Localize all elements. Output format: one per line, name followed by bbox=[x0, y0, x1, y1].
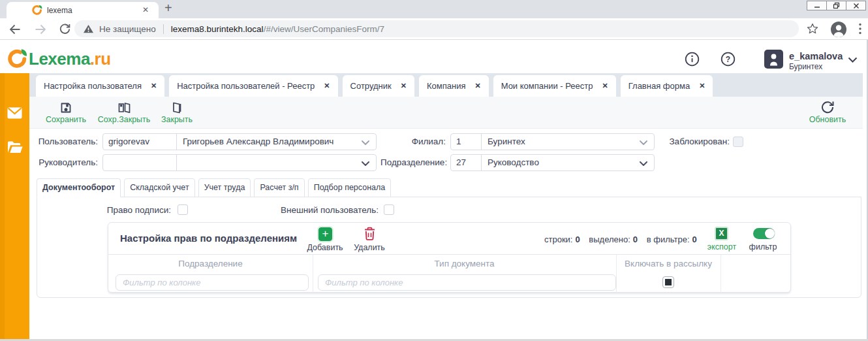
tab-close-icon[interactable]: ✕ bbox=[474, 82, 480, 90]
username[interactable]: e_kamalova bbox=[789, 51, 843, 61]
tab-employee[interactable]: Сотрудник✕ bbox=[343, 75, 414, 97]
chevron-down-icon[interactable] bbox=[640, 161, 647, 166]
excel-export-icon[interactable]: X bbox=[715, 227, 728, 240]
browser-tab-title: lexema bbox=[47, 6, 72, 15]
bookmark-star-icon[interactable] bbox=[807, 23, 818, 35]
grid-title: Настройка прав по подразделениям bbox=[120, 223, 297, 254]
external-user-checkbox[interactable] bbox=[384, 204, 394, 215]
department-name-select[interactable]: Руководство bbox=[482, 155, 654, 170]
column-header-department[interactable]: Подразделение bbox=[108, 259, 313, 268]
main-area: Настройка пользователя✕ Настройка пользо… bbox=[29, 73, 863, 341]
close-window-button[interactable] bbox=[846, 1, 866, 10]
tab-close-icon[interactable]: ✕ bbox=[324, 82, 330, 90]
lexema-logo-icon bbox=[7, 48, 27, 69]
sign-right-checkbox[interactable] bbox=[178, 204, 188, 215]
url-field[interactable]: Не защищено lexema8.burintekh.local/#/vi… bbox=[74, 20, 799, 37]
tab-company[interactable]: Компания✕ bbox=[419, 75, 489, 97]
filter-toggle[interactable] bbox=[753, 228, 775, 239]
subtab-docflow[interactable]: Документооборот bbox=[37, 178, 121, 197]
delete-row-icon[interactable] bbox=[364, 227, 376, 241]
tab-user-settings[interactable]: Настройка пользователя✕ bbox=[36, 75, 164, 97]
subtab-recruiting[interactable]: Подбор персонала bbox=[308, 178, 392, 197]
save-close-button[interactable]: Сохр.Закрыть bbox=[95, 100, 153, 124]
subtab-warehouse[interactable]: Складской учет bbox=[124, 178, 194, 197]
help-icon[interactable]: ? bbox=[721, 52, 736, 67]
external-user-label: Внешний пользователь: bbox=[277, 204, 379, 216]
filter-input-doctype[interactable] bbox=[318, 274, 616, 291]
user-label: Пользователь: bbox=[29, 133, 98, 150]
info-icon[interactable] bbox=[685, 52, 700, 67]
logo-wordmark: Lexema.ru bbox=[29, 49, 111, 69]
security-label: Не защищено bbox=[99, 24, 156, 34]
browser-address-bar: Не защищено lexema8.burintekh.local/#/vi… bbox=[0, 18, 868, 40]
lexema-logo[interactable]: Lexema.ru bbox=[7, 48, 111, 69]
mailing-checkbox[interactable] bbox=[662, 276, 674, 288]
subtab-strip: Документооборот Складской учет Учет труд… bbox=[37, 178, 394, 197]
manager-label: Руководитель: bbox=[29, 154, 98, 171]
tab-close-icon[interactable]: ✕ bbox=[602, 82, 608, 90]
mail-icon[interactable] bbox=[7, 107, 22, 120]
reload-icon[interactable] bbox=[59, 23, 71, 35]
subtab-payroll[interactable]: Расчет з/п bbox=[254, 178, 304, 197]
app-tab-strip: Настройка пользователя✕ Настройка пользо… bbox=[29, 73, 863, 97]
department-code-input[interactable]: 27 bbox=[451, 155, 482, 170]
back-icon[interactable] bbox=[8, 24, 22, 35]
folder-icon[interactable] bbox=[7, 140, 23, 154]
browser-tab[interactable]: lexema ✕ bbox=[7, 2, 159, 18]
url-domain: lexema8.burintekh.local bbox=[171, 24, 264, 34]
filter-input-department[interactable] bbox=[116, 274, 309, 291]
chevron-down-icon[interactable] bbox=[362, 161, 369, 166]
blocked-checkbox[interactable] bbox=[733, 137, 743, 147]
column-header-doctype[interactable]: Тип документа bbox=[313, 259, 616, 268]
tab-users-registry[interactable]: Настройка пользователей - Реестр✕ bbox=[169, 75, 337, 97]
tab-close-icon[interactable]: ✕ bbox=[699, 82, 705, 90]
save-icon bbox=[40, 100, 92, 114]
sidebar bbox=[0, 73, 29, 341]
manager-field-group[interactable] bbox=[102, 154, 377, 171]
close-form-icon bbox=[154, 100, 200, 114]
tab-my-companies[interactable]: Мои компании - Реестр✕ bbox=[493, 75, 616, 97]
manager-fullname-select[interactable] bbox=[177, 155, 376, 170]
filter-label: фильтр bbox=[737, 242, 789, 252]
tab-main-form[interactable]: Главная форма✕ bbox=[621, 75, 713, 97]
form-content: Пользователь: grigorevav Григорьев Алекс… bbox=[29, 129, 863, 340]
delete-row-label[interactable]: Удалить bbox=[343, 243, 395, 252]
user-avatar[interactable] bbox=[764, 50, 783, 69]
refresh-icon bbox=[801, 100, 854, 114]
url-divider bbox=[163, 24, 164, 34]
user-fullname-select[interactable]: Григорьев Александр Владимирович bbox=[177, 134, 376, 150]
url-path: /#/view/UserCompaniesForm/7 bbox=[264, 24, 384, 34]
branch-name-select[interactable]: Буринтех bbox=[482, 134, 654, 150]
form-toolbar: Сохранить Сохр.Закрыть Закрыть Обновить bbox=[29, 97, 863, 129]
browser-tab-close-icon[interactable]: ✕ bbox=[142, 5, 149, 14]
user-field-group[interactable]: grigorevav Григорьев Александр Владимиро… bbox=[102, 133, 377, 150]
sign-right-label: Право подписи: bbox=[101, 204, 171, 216]
subtab-labor[interactable]: Учет труда bbox=[198, 178, 251, 197]
grid-counters: строки:0 выделено:0 в фильтре:0 bbox=[544, 235, 697, 244]
close-button[interactable]: Закрыть bbox=[154, 100, 200, 124]
column-header-mailing[interactable]: Включать в рассылку bbox=[616, 259, 721, 268]
branch-code-input[interactable]: 1 bbox=[451, 134, 482, 150]
user-company: Буринтех bbox=[789, 62, 822, 71]
tab-close-icon[interactable]: ✕ bbox=[401, 82, 407, 90]
blocked-label: Заблокирован: bbox=[666, 133, 730, 150]
not-secure-icon bbox=[83, 24, 94, 34]
restore-button[interactable] bbox=[826, 1, 846, 10]
user-login-input[interactable]: grigorevav bbox=[103, 134, 177, 150]
grid-table: Подразделение Тип документа Включать в р… bbox=[108, 254, 790, 292]
new-tab-button[interactable]: + bbox=[164, 1, 172, 16]
browser-menu-icon[interactable] bbox=[858, 23, 862, 35]
department-field-group[interactable]: 27 Руководство bbox=[450, 154, 655, 171]
manager-login-input[interactable] bbox=[103, 155, 177, 170]
chevron-down-icon[interactable] bbox=[362, 140, 369, 145]
branch-field-group[interactable]: 1 Буринтех bbox=[450, 133, 655, 150]
browser-profile-icon[interactable] bbox=[830, 21, 847, 38]
refresh-button[interactable]: Обновить bbox=[801, 100, 854, 124]
add-row-icon[interactable]: + bbox=[318, 227, 332, 241]
user-menu-chevron-icon[interactable] bbox=[848, 57, 858, 63]
forward-icon[interactable] bbox=[34, 24, 47, 35]
save-button[interactable]: Сохранить bbox=[40, 100, 92, 124]
minimize-button[interactable] bbox=[807, 1, 827, 10]
tab-close-icon[interactable]: ✕ bbox=[151, 82, 157, 90]
chevron-down-icon[interactable] bbox=[640, 140, 647, 145]
